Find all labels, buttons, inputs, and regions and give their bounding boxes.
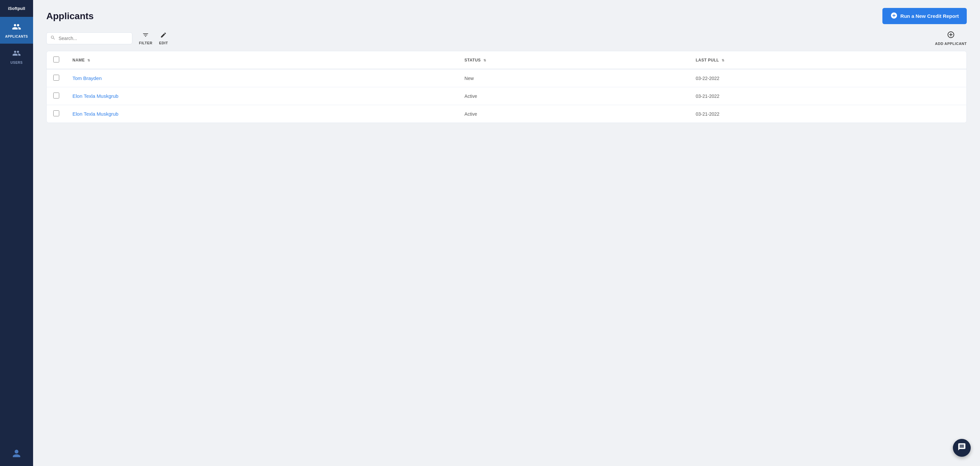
users-icon xyxy=(12,49,21,59)
search-icon xyxy=(50,35,56,41)
edit-label: EDIT xyxy=(159,41,168,45)
sidebar-item-users-label: USERS xyxy=(11,61,23,65)
plus-circle-icon xyxy=(890,12,897,20)
last-pull-column-header[interactable]: LAST PULL ⇅ xyxy=(689,51,966,69)
select-all-checkbox[interactable] xyxy=(53,57,59,62)
name-column-header[interactable]: NAME ⇅ xyxy=(66,51,458,69)
sidebar-bottom xyxy=(12,442,21,466)
table-row: Tom Brayden New 03-22-2022 xyxy=(47,69,966,87)
run-credit-btn-label: Run a New Credit Report xyxy=(900,13,959,19)
name-sort-icon: ⇅ xyxy=(88,59,90,62)
table-header-row: NAME ⇅ STATUS ⇅ LAST PULL ⇅ xyxy=(47,51,966,69)
row-last-pull-cell: 03-21-2022 xyxy=(689,87,966,105)
row-checkbox-2[interactable] xyxy=(53,110,59,116)
applicant-name-link-2[interactable]: Elon Texla Muskgrub xyxy=(72,111,118,117)
applicants-icon xyxy=(12,22,21,33)
status-column-label: STATUS xyxy=(465,58,481,62)
search-input[interactable] xyxy=(46,32,132,44)
applicants-table-container: NAME ⇅ STATUS ⇅ LAST PULL ⇅ xyxy=(46,51,967,123)
run-credit-button[interactable]: Run a New Credit Report xyxy=(882,8,967,24)
row-name-cell: Tom Brayden xyxy=(66,69,458,87)
filter-button[interactable]: FILTER xyxy=(139,32,153,45)
page-title: Applicants xyxy=(46,11,94,22)
row-status-cell: Active xyxy=(458,105,689,123)
row-last-pull-cell: 03-22-2022 xyxy=(689,69,966,87)
row-checkbox-1[interactable] xyxy=(53,92,59,98)
name-column-label: NAME xyxy=(72,58,85,62)
status-column-header[interactable]: STATUS ⇅ xyxy=(458,51,689,69)
row-checkbox-cell xyxy=(47,87,66,105)
sidebar-item-applicants[interactable]: APPLICANTS xyxy=(0,17,33,44)
main-content: Applicants Run a New Credit Report xyxy=(33,0,980,466)
row-checkbox-cell xyxy=(47,69,66,87)
row-checkbox-0[interactable] xyxy=(53,75,59,81)
filter-label: FILTER xyxy=(139,41,153,45)
header: Applicants Run a New Credit Report xyxy=(33,0,980,31)
applicants-table: NAME ⇅ STATUS ⇅ LAST PULL ⇅ xyxy=(47,51,966,123)
applicant-name-link-0[interactable]: Tom Brayden xyxy=(72,75,102,81)
row-name-cell: Elon Texla Muskgrub xyxy=(66,87,458,105)
row-name-cell: Elon Texla Muskgrub xyxy=(66,105,458,123)
status-sort-icon: ⇅ xyxy=(484,59,486,62)
sidebar-item-applicants-label: APPLICANTS xyxy=(5,35,28,38)
chat-button[interactable] xyxy=(953,439,971,457)
table-row: Elon Texla Muskgrub Active 03-21-2022 xyxy=(47,87,966,105)
search-container xyxy=(46,32,132,44)
select-all-header xyxy=(47,51,66,69)
edit-button[interactable]: EDIT xyxy=(159,32,168,45)
add-applicant-button[interactable]: ADD APPLICANT xyxy=(935,31,967,46)
toolbar: FILTER EDIT ADD APPLICANT xyxy=(33,31,980,51)
user-profile-icon[interactable] xyxy=(12,449,21,460)
sidebar-item-users[interactable]: USERS xyxy=(0,44,33,70)
table-row: Elon Texla Muskgrub Active 03-21-2022 xyxy=(47,105,966,123)
applicant-name-link-1[interactable]: Elon Texla Muskgrub xyxy=(72,93,118,99)
filter-icon xyxy=(142,32,149,40)
edit-icon xyxy=(160,32,167,40)
row-checkbox-cell xyxy=(47,105,66,123)
row-status-cell: Active xyxy=(458,87,689,105)
app-logo: iSoftpull xyxy=(0,0,33,17)
table-body: Tom Brayden New 03-22-2022 Elon Texla Mu… xyxy=(47,69,966,123)
sidebar: iSoftpull APPLICANTS USERS xyxy=(0,0,33,466)
sidebar-nav: APPLICANTS USERS xyxy=(0,17,33,442)
row-status-cell: New xyxy=(458,69,689,87)
chat-icon xyxy=(958,442,966,453)
last-pull-column-label: LAST PULL xyxy=(696,58,719,62)
last-pull-sort-icon: ⇅ xyxy=(722,59,725,62)
add-applicant-label: ADD APPLICANT xyxy=(935,42,967,46)
row-last-pull-cell: 03-21-2022 xyxy=(689,105,966,123)
add-applicant-icon xyxy=(947,31,955,41)
